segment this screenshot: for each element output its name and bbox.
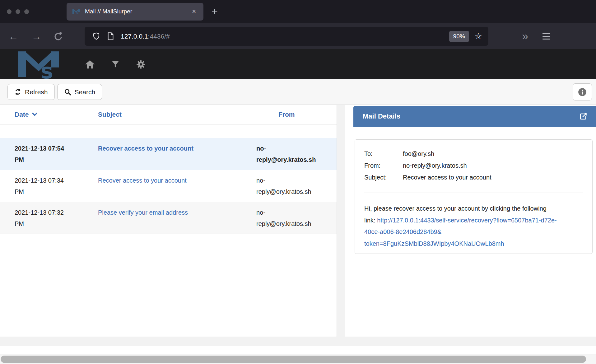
- mail-details-panel: Mail Details To: foo@ory.sh From: no-re: [345, 105, 596, 337]
- column-header-date[interactable]: Date: [15, 111, 98, 118]
- mail-row-3[interactable]: 2021-12-13 07:32 PM Please verify your e…: [0, 202, 337, 234]
- url-bar[interactable]: 127.0.0.1:4436/# 90% ☆: [85, 27, 488, 46]
- mail-details-header: Mail Details: [353, 106, 596, 127]
- mail-date: 2021-12-13 07:34 PM: [15, 175, 98, 202]
- field-to: To: foo@ory.sh: [364, 148, 583, 160]
- svg-text:s: s: [77, 11, 79, 15]
- field-subject: Subject: Recover access to your account: [364, 171, 583, 183]
- from-label: From:: [364, 160, 403, 171]
- svg-text:s: s: [41, 59, 53, 78]
- browser-navbar: ← → 127.0.0.1:4436/# 90% ☆: [0, 23, 596, 49]
- to-value: foo@ory.sh: [403, 148, 583, 160]
- search-icon: [64, 88, 71, 96]
- mail-from: no-reply@ory.kratos.sh: [256, 175, 320, 202]
- mail-list-header: Date Subject From: [0, 105, 337, 124]
- mail-list-panel: Date Subject From 2021-12-13 07:54 PM Re…: [0, 105, 337, 337]
- mail-from: no-reply@ory.kratos.sh: [256, 143, 320, 170]
- info-icon: [578, 88, 587, 96]
- url-text[interactable]: 127.0.0.1:4436/#: [121, 33, 449, 40]
- settings-gear-icon[interactable]: [136, 60, 146, 69]
- mail-date: 2021-12-13 07:54 PM: [15, 143, 98, 170]
- mail-row-1[interactable]: 2021-12-13 07:54 PM Recover access to yo…: [0, 138, 337, 170]
- tab-close-icon[interactable]: ×: [190, 7, 198, 16]
- bookmark-star-icon[interactable]: ☆: [475, 32, 482, 40]
- window-close-dot[interactable]: [7, 9, 12, 14]
- shield-icon[interactable]: [92, 32, 100, 40]
- forward-icon[interactable]: →: [29, 31, 44, 41]
- browser-window: s Mail // MailSlurper × + ← →: [0, 0, 596, 364]
- search-button[interactable]: Search: [57, 84, 102, 100]
- bottom-white-strip: [0, 346, 596, 354]
- subject-value: Recover access to your account: [403, 171, 583, 183]
- mail-subject-link[interactable]: Please verify your email address: [98, 209, 188, 216]
- open-external-icon[interactable]: [579, 112, 587, 121]
- window-controls[interactable]: [7, 9, 55, 14]
- refresh-button[interactable]: Refresh: [7, 84, 55, 100]
- bottom-gray-strip: [0, 337, 596, 346]
- field-from: From: no-reply@ory.kratos.sh: [364, 160, 583, 171]
- filter-icon[interactable]: [110, 60, 120, 69]
- recovery-link[interactable]: http:​/​/127.0.0.1:4433​/self-service​/r…: [364, 217, 557, 247]
- reload-icon[interactable]: [51, 32, 65, 41]
- info-button[interactable]: [573, 83, 592, 100]
- url-host: 127.0.0.1: [121, 33, 148, 40]
- column-header-subject[interactable]: Subject: [98, 111, 278, 118]
- refresh-icon: [14, 88, 21, 96]
- mail-body: Hi, please recover access to your accoun…: [364, 203, 557, 250]
- list-header-gap: [0, 124, 337, 138]
- to-label: To:: [364, 148, 403, 160]
- details-divider: [364, 193, 583, 193]
- hamburger-menu-icon[interactable]: [542, 33, 550, 40]
- mail-details-card: To: foo@ory.sh From: no-reply@ory.kratos…: [355, 139, 593, 254]
- page-toolbar: Refresh Search: [0, 79, 596, 105]
- sort-descending-icon: [32, 113, 37, 116]
- refresh-button-label: Refresh: [25, 88, 48, 96]
- mail-date: 2021-12-13 07:32 PM: [15, 207, 98, 234]
- column-header-from[interactable]: From: [278, 111, 337, 118]
- main-content: Date Subject From 2021-12-13 07:54 PM Re…: [0, 105, 596, 364]
- app-header: s: [0, 49, 596, 79]
- mailslurper-logo: s: [8, 50, 72, 79]
- browser-tab[interactable]: s Mail // MailSlurper ×: [67, 3, 203, 21]
- tab-title: Mail // MailSlurper: [85, 8, 190, 15]
- new-tab-button[interactable]: +: [212, 6, 218, 17]
- window-zoom-dot[interactable]: [24, 9, 29, 14]
- toolbar-overflow-icon[interactable]: »: [522, 31, 528, 42]
- horizontal-scrollbar[interactable]: [0, 354, 596, 364]
- panel-gutter: [337, 105, 345, 337]
- search-button-label: Search: [75, 88, 95, 96]
- from-value: no-reply@ory.kratos.sh: [403, 160, 583, 171]
- window-minimize-dot[interactable]: [16, 9, 20, 14]
- subject-label: Subject:: [364, 171, 403, 183]
- mail-subject-link[interactable]: Recover access to your account: [98, 177, 187, 184]
- horizontal-scrollbar-thumb[interactable]: [1, 356, 586, 363]
- home-icon[interactable]: [85, 60, 95, 69]
- tab-strip: s Mail // MailSlurper × +: [0, 0, 596, 23]
- mail-from: no-reply@ory.kratos.sh: [256, 207, 320, 234]
- back-icon[interactable]: ←: [6, 31, 21, 41]
- mail-row-2[interactable]: 2021-12-13 07:34 PM Recover access to yo…: [0, 170, 337, 202]
- zoom-level-badge[interactable]: 90%: [449, 31, 469, 42]
- url-path: :4436/#: [148, 33, 170, 40]
- mailslurper-favicon: s: [72, 8, 80, 15]
- page-info-icon[interactable]: [107, 32, 114, 40]
- mail-subject-link[interactable]: Recover access to your account: [98, 145, 193, 152]
- mail-details-title: Mail Details: [363, 112, 579, 120]
